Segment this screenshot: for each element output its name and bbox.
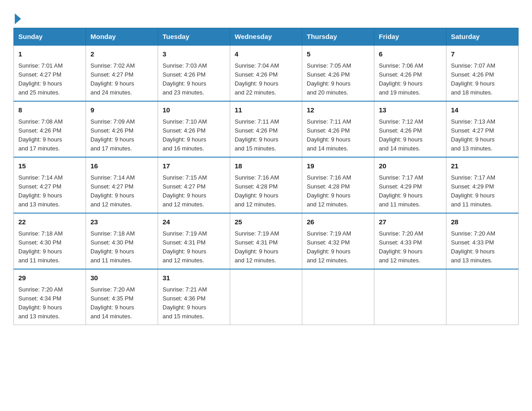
calendar-header-sunday: Sunday xyxy=(14,28,86,46)
day-info: Sunrise: 7:08 AMSunset: 4:26 PMDaylight:… xyxy=(18,118,63,152)
day-number: 15 xyxy=(18,161,81,171)
calendar-day-cell: 5 Sunrise: 7:05 AMSunset: 4:26 PMDayligh… xyxy=(302,45,374,101)
day-info: Sunrise: 7:11 AMSunset: 4:26 PMDaylight:… xyxy=(307,118,351,152)
calendar-day-cell: 12 Sunrise: 7:11 AMSunset: 4:26 PMDaylig… xyxy=(302,101,374,157)
day-info: Sunrise: 7:09 AMSunset: 4:26 PMDaylight:… xyxy=(90,118,135,152)
day-info: Sunrise: 7:03 AMSunset: 4:26 PMDaylight:… xyxy=(163,62,207,96)
calendar-header-tuesday: Tuesday xyxy=(158,28,230,46)
day-info: Sunrise: 7:15 AMSunset: 4:27 PMDaylight:… xyxy=(163,174,207,208)
day-info: Sunrise: 7:19 AMSunset: 4:31 PMDaylight:… xyxy=(163,230,207,264)
day-info: Sunrise: 7:20 AMSunset: 4:33 PMDaylight:… xyxy=(451,230,495,264)
day-info: Sunrise: 7:16 AMSunset: 4:28 PMDaylight:… xyxy=(307,174,351,208)
logo xyxy=(13,13,21,23)
day-info: Sunrise: 7:10 AMSunset: 4:26 PMDaylight:… xyxy=(163,118,207,152)
calendar-day-cell: 27 Sunrise: 7:20 AMSunset: 4:33 PMDaylig… xyxy=(374,213,446,269)
day-number: 4 xyxy=(235,49,297,60)
day-info: Sunrise: 7:18 AMSunset: 4:30 PMDaylight:… xyxy=(90,230,135,264)
day-info: Sunrise: 7:13 AMSunset: 4:27 PMDaylight:… xyxy=(451,118,495,152)
day-info: Sunrise: 7:14 AMSunset: 4:27 PMDaylight:… xyxy=(90,174,135,208)
day-number: 6 xyxy=(379,49,442,60)
calendar-week-row: 29 Sunrise: 7:20 AMSunset: 4:34 PMDaylig… xyxy=(14,269,519,325)
calendar-day-cell: 24 Sunrise: 7:19 AMSunset: 4:31 PMDaylig… xyxy=(158,213,230,269)
calendar-day-cell: 6 Sunrise: 7:06 AMSunset: 4:26 PMDayligh… xyxy=(374,45,446,101)
calendar-header-saturday: Saturday xyxy=(446,28,519,46)
day-info: Sunrise: 7:19 AMSunset: 4:32 PMDaylight:… xyxy=(307,230,351,264)
calendar-day-cell: 20 Sunrise: 7:17 AMSunset: 4:29 PMDaylig… xyxy=(374,157,446,213)
day-info: Sunrise: 7:20 AMSunset: 4:35 PMDaylight:… xyxy=(90,286,135,320)
day-number: 22 xyxy=(18,217,81,227)
day-info: Sunrise: 7:21 AMSunset: 4:36 PMDaylight:… xyxy=(163,286,207,320)
calendar-day-cell: 7 Sunrise: 7:07 AMSunset: 4:26 PMDayligh… xyxy=(446,45,519,101)
calendar-day-cell: 19 Sunrise: 7:16 AMSunset: 4:28 PMDaylig… xyxy=(302,157,374,213)
calendar-day-cell: 4 Sunrise: 7:04 AMSunset: 4:26 PMDayligh… xyxy=(230,45,302,101)
calendar-day-cell: 21 Sunrise: 7:17 AMSunset: 4:29 PMDaylig… xyxy=(446,157,519,213)
calendar-day-cell: 18 Sunrise: 7:16 AMSunset: 4:28 PMDaylig… xyxy=(230,157,302,213)
day-info: Sunrise: 7:06 AMSunset: 4:26 PMDaylight:… xyxy=(379,62,423,96)
day-number: 3 xyxy=(163,49,225,60)
calendar-day-cell: 22 Sunrise: 7:18 AMSunset: 4:30 PMDaylig… xyxy=(14,213,86,269)
calendar-day-cell: 3 Sunrise: 7:03 AMSunset: 4:26 PMDayligh… xyxy=(158,45,230,101)
day-number: 18 xyxy=(235,161,297,171)
calendar-header-row: SundayMondayTuesdayWednesdayThursdayFrid… xyxy=(14,28,519,46)
calendar-day-cell: 28 Sunrise: 7:20 AMSunset: 4:33 PMDaylig… xyxy=(446,213,519,269)
calendar-header-friday: Friday xyxy=(374,28,446,46)
day-info: Sunrise: 7:02 AMSunset: 4:27 PMDaylight:… xyxy=(90,62,135,96)
day-number: 9 xyxy=(90,105,153,116)
calendar-week-row: 1 Sunrise: 7:01 AMSunset: 4:27 PMDayligh… xyxy=(14,45,519,101)
calendar-day-cell: 1 Sunrise: 7:01 AMSunset: 4:27 PMDayligh… xyxy=(14,45,86,101)
calendar-day-cell: 11 Sunrise: 7:11 AMSunset: 4:26 PMDaylig… xyxy=(230,101,302,157)
day-number: 7 xyxy=(451,49,514,60)
day-info: Sunrise: 7:01 AMSunset: 4:27 PMDaylight:… xyxy=(18,62,63,96)
day-number: 23 xyxy=(90,217,153,227)
day-number: 17 xyxy=(163,161,225,171)
day-number: 30 xyxy=(90,273,153,283)
day-number: 11 xyxy=(235,105,297,116)
day-number: 25 xyxy=(235,217,297,227)
calendar-empty-cell xyxy=(302,269,374,325)
calendar-day-cell: 23 Sunrise: 7:18 AMSunset: 4:30 PMDaylig… xyxy=(86,213,158,269)
calendar-day-cell: 15 Sunrise: 7:14 AMSunset: 4:27 PMDaylig… xyxy=(14,157,86,213)
day-number: 27 xyxy=(379,217,442,227)
day-number: 16 xyxy=(90,161,153,171)
day-number: 2 xyxy=(90,49,153,60)
day-number: 31 xyxy=(163,273,225,283)
day-number: 19 xyxy=(307,161,369,171)
day-number: 12 xyxy=(307,105,369,116)
day-info: Sunrise: 7:12 AMSunset: 4:26 PMDaylight:… xyxy=(379,118,423,152)
calendar-day-cell: 13 Sunrise: 7:12 AMSunset: 4:26 PMDaylig… xyxy=(374,101,446,157)
calendar-day-cell: 30 Sunrise: 7:20 AMSunset: 4:35 PMDaylig… xyxy=(86,269,158,325)
day-info: Sunrise: 7:20 AMSunset: 4:34 PMDaylight:… xyxy=(18,286,63,320)
calendar-day-cell: 16 Sunrise: 7:14 AMSunset: 4:27 PMDaylig… xyxy=(86,157,158,213)
day-number: 13 xyxy=(379,105,442,116)
calendar-day-cell: 10 Sunrise: 7:10 AMSunset: 4:26 PMDaylig… xyxy=(158,101,230,157)
calendar-table: SundayMondayTuesdayWednesdayThursdayFrid… xyxy=(13,28,519,325)
calendar-day-cell: 8 Sunrise: 7:08 AMSunset: 4:26 PMDayligh… xyxy=(14,101,86,157)
day-number: 29 xyxy=(18,273,81,283)
calendar-header-wednesday: Wednesday xyxy=(230,28,302,46)
day-number: 10 xyxy=(163,105,225,116)
day-info: Sunrise: 7:04 AMSunset: 4:26 PMDaylight:… xyxy=(235,62,279,96)
day-info: Sunrise: 7:17 AMSunset: 4:29 PMDaylight:… xyxy=(451,174,495,208)
day-number: 8 xyxy=(18,105,81,116)
day-info: Sunrise: 7:19 AMSunset: 4:31 PMDaylight:… xyxy=(235,230,279,264)
calendar-day-cell: 25 Sunrise: 7:19 AMSunset: 4:31 PMDaylig… xyxy=(230,213,302,269)
calendar-day-cell: 31 Sunrise: 7:21 AMSunset: 4:36 PMDaylig… xyxy=(158,269,230,325)
day-info: Sunrise: 7:05 AMSunset: 4:26 PMDaylight:… xyxy=(307,62,351,96)
day-number: 21 xyxy=(451,161,514,171)
day-info: Sunrise: 7:20 AMSunset: 4:33 PMDaylight:… xyxy=(379,230,423,264)
calendar-day-cell: 14 Sunrise: 7:13 AMSunset: 4:27 PMDaylig… xyxy=(446,101,519,157)
day-number: 24 xyxy=(163,217,225,227)
day-info: Sunrise: 7:07 AMSunset: 4:26 PMDaylight:… xyxy=(451,62,495,96)
logo-arrow-icon xyxy=(15,13,21,24)
calendar-week-row: 8 Sunrise: 7:08 AMSunset: 4:26 PMDayligh… xyxy=(14,101,519,157)
calendar-empty-cell xyxy=(446,269,519,325)
day-number: 14 xyxy=(451,105,514,116)
calendar-empty-cell xyxy=(374,269,446,325)
calendar-day-cell: 17 Sunrise: 7:15 AMSunset: 4:27 PMDaylig… xyxy=(158,157,230,213)
calendar-header-thursday: Thursday xyxy=(302,28,374,46)
day-info: Sunrise: 7:14 AMSunset: 4:27 PMDaylight:… xyxy=(18,174,63,208)
calendar-week-row: 15 Sunrise: 7:14 AMSunset: 4:27 PMDaylig… xyxy=(14,157,519,213)
day-number: 28 xyxy=(451,217,514,227)
calendar-week-row: 22 Sunrise: 7:18 AMSunset: 4:30 PMDaylig… xyxy=(14,213,519,269)
day-number: 1 xyxy=(18,49,81,60)
